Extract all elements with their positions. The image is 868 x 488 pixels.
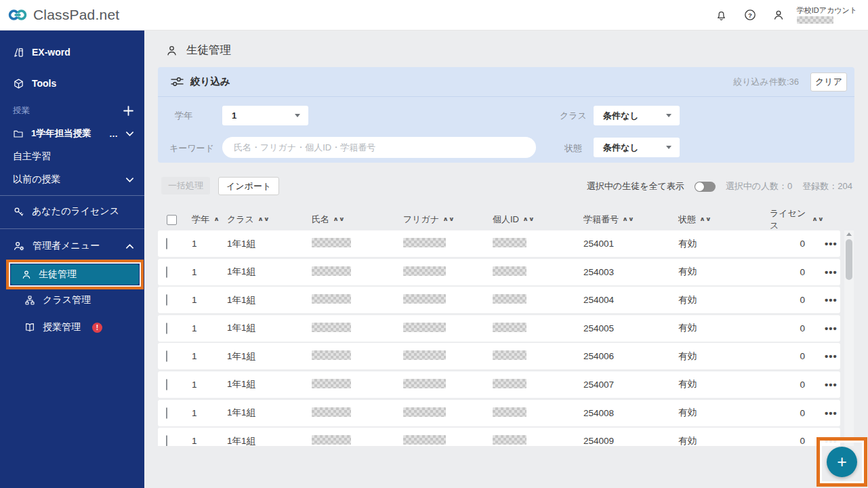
cell-furigana-redacted <box>395 266 484 278</box>
select-all-checkbox[interactable] <box>167 215 177 225</box>
account-menu[interactable]: 学校IDアカウント <box>797 7 857 24</box>
cell-status: 有効 <box>670 378 762 390</box>
cell-class: 1年1組 <box>219 435 304 446</box>
add-lesson-icon[interactable] <box>123 106 133 116</box>
cell-license: 0 <box>762 351 823 361</box>
cell-grade: 1 <box>185 239 219 249</box>
column-header-name[interactable]: 氏名∧∨ <box>304 214 395 226</box>
sidebar-item-class-management[interactable]: クラス管理 <box>0 289 144 311</box>
svg-text:?: ? <box>748 12 752 19</box>
add-student-fab-button[interactable]: + <box>827 447 857 477</box>
cell-status: 有効 <box>670 238 762 250</box>
main-content: 生徒管理 絞り込み 絞り込み件数:36 クリア 学年 1 <box>144 30 868 488</box>
cell-grade: 1 <box>185 323 219 333</box>
sidebar-item-exword[interactable]: EX-word <box>0 41 144 63</box>
chevron-up-icon[interactable] <box>126 244 133 249</box>
show-selected-toggle[interactable] <box>695 182 716 192</box>
sidebar-item-label: 生徒管理 <box>39 268 77 281</box>
row-menu-button[interactable]: ••• <box>823 294 840 306</box>
help-icon[interactable]: ? <box>743 7 758 22</box>
user-icon[interactable] <box>771 7 786 22</box>
cell-grade: 1 <box>185 436 219 446</box>
account-type-label: 学校IDアカウント <box>797 7 857 14</box>
selected-count: 選択中の人数：0 <box>726 180 793 192</box>
row-checkbox[interactable] <box>166 266 167 278</box>
cell-grade: 1 <box>185 380 219 390</box>
cell-class: 1年1組 <box>219 322 304 334</box>
sidebar-item-tools[interactable]: Tools <box>0 73 144 94</box>
chevron-down-icon[interactable] <box>126 131 133 136</box>
table-scrollbar[interactable] <box>844 230 854 446</box>
sidebar-item-previous-lessons[interactable]: 以前の授業 <box>0 169 144 190</box>
import-button[interactable]: インポート <box>218 177 279 195</box>
sidebar-item-label: 自主学習 <box>13 150 51 163</box>
row-checkbox[interactable] <box>166 294 167 306</box>
admin-person-gear-icon <box>13 240 25 252</box>
sort-both-icon: ∧∨ <box>333 218 344 222</box>
column-header-student-no[interactable]: 学籍番号∧∨ <box>575 214 670 226</box>
sidebar-item-self-study[interactable]: 自主学習 <box>0 146 144 167</box>
row-checkbox[interactable] <box>166 238 167 249</box>
folder-icon <box>13 128 24 139</box>
table-row: 1 1年1組 254001 有効 0 ••• <box>158 230 840 257</box>
cell-name-redacted <box>304 266 395 278</box>
column-header-license[interactable]: ライセンス∧∨ <box>762 207 823 232</box>
cell-name-redacted <box>304 407 395 419</box>
sort-both-icon: ∧∨ <box>257 218 269 222</box>
folder-more-icon[interactable]: … <box>109 129 119 139</box>
cell-status: 有効 <box>670 407 762 419</box>
scroll-up-arrow-icon[interactable] <box>846 232 852 236</box>
column-header-status[interactable]: 状態∧∨ <box>670 214 762 226</box>
cell-status: 有効 <box>670 294 762 306</box>
notifications-bell-icon[interactable] <box>714 7 729 22</box>
cell-personal-id-redacted <box>484 294 575 306</box>
sidebar-item-student-management-active[interactable]: 生徒管理 <box>11 264 139 285</box>
sidebar-item-lesson-management[interactable]: 授業管理 ! <box>0 317 144 338</box>
grade-select[interactable]: 1 <box>222 106 308 125</box>
row-menu-button[interactable]: ••• <box>823 266 840 278</box>
brand-name: ClassPad.net <box>33 7 119 23</box>
row-menu-button[interactable]: ••• <box>823 379 840 390</box>
column-header-personal-id[interactable]: 個人ID∧∨ <box>484 214 575 226</box>
column-header-furigana[interactable]: フリガナ∧∨ <box>395 214 484 226</box>
status-select[interactable]: 条件なし <box>594 138 680 157</box>
row-checkbox[interactable] <box>166 323 167 334</box>
sidebar-item-license[interactable]: あなたのライセンス <box>0 201 144 222</box>
lessons-section-label: 授業 <box>13 105 30 117</box>
cell-personal-id-redacted <box>484 238 575 249</box>
scrollbar-thumb[interactable] <box>846 239 852 280</box>
column-header-class[interactable]: クラス∧∨ <box>219 214 304 226</box>
cell-grade: 1 <box>185 267 219 277</box>
sidebar-section-lessons: 授業 <box>0 100 144 121</box>
row-menu-button[interactable]: ••• <box>823 350 840 362</box>
cell-personal-id-redacted <box>484 379 575 390</box>
row-checkbox[interactable] <box>166 407 167 419</box>
table-row: 1 1年1組 254005 有効 0 ••• <box>158 315 840 342</box>
row-checkbox[interactable] <box>166 379 167 390</box>
filter-sliders-icon <box>171 77 184 87</box>
cell-license: 0 <box>762 436 823 446</box>
row-checkbox[interactable] <box>166 350 167 362</box>
cell-furigana-redacted <box>395 435 484 446</box>
chevron-down-icon[interactable] <box>126 178 133 182</box>
row-menu-button[interactable]: ••• <box>823 238 840 249</box>
cell-furigana-redacted <box>395 350 484 362</box>
row-menu-button[interactable]: ••• <box>823 407 840 419</box>
table-body: 1 1年1組 254001 有効 0 ••• 1 1年1組 254003 有効 … <box>158 230 840 446</box>
status-label: 状態 <box>564 142 582 155</box>
cell-license: 0 <box>762 408 823 418</box>
bulk-action-button[interactable]: 一括処理 <box>161 177 210 195</box>
column-header-grade[interactable]: 学年∧ <box>185 214 219 226</box>
sidebar-item-lesson-folder[interactable]: 1学年担当授業 … <box>0 123 144 144</box>
cell-personal-id-redacted <box>484 323 575 334</box>
brand[interactable]: ClassPad.net <box>8 5 119 24</box>
row-menu-button[interactable]: ••• <box>823 323 840 334</box>
clear-filter-button[interactable]: クリア <box>810 73 847 92</box>
row-checkbox[interactable] <box>166 435 167 446</box>
cell-student-no: 254004 <box>575 295 670 305</box>
filter-count: 絞り込み件数:36 <box>733 76 799 88</box>
sidebar-item-admin-menu[interactable]: 管理者メニュー <box>0 235 144 257</box>
keyword-search-input[interactable] <box>222 137 536 158</box>
class-select[interactable]: 条件なし <box>594 106 680 125</box>
cell-student-no: 254001 <box>575 239 670 249</box>
